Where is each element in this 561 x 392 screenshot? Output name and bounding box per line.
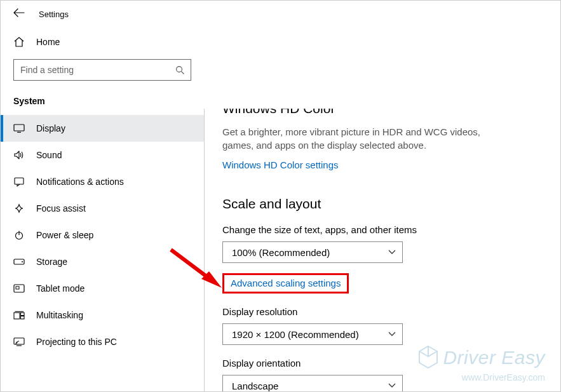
dropdown-resolution-value: 1920 × 1200 (Recommended) [232, 329, 359, 340]
svg-point-0 [176, 66, 182, 72]
dropdown-orientation-value: Landscape [232, 381, 278, 391]
nav-item-sound[interactable]: Sound [1, 142, 204, 168]
svg-rect-4 [15, 178, 24, 184]
nav-item-label: Display [36, 123, 65, 133]
svg-rect-13 [21, 316, 25, 320]
focus-assist-icon [13, 203, 25, 214]
label-resolution: Display resolution [222, 306, 535, 317]
nav-item-focus-assist[interactable]: Focus assist [1, 195, 204, 222]
sound-icon [13, 149, 25, 161]
svg-point-8 [22, 261, 23, 262]
nav-list: Display Sound Notifications & actions Fo… [1, 115, 204, 355]
home-button[interactable]: Home [1, 30, 204, 54]
title-bar: Settings [1, 1, 560, 27]
nav-item-label: Storage [36, 257, 67, 267]
search-input[interactable] [14, 65, 169, 75]
chevron-down-icon [388, 332, 396, 337]
back-icon[interactable] [13, 8, 25, 20]
nav-item-label: Sound [36, 150, 62, 160]
svg-rect-2 [14, 125, 24, 131]
main-content: Display Night light settings Windows HD … [204, 109, 560, 391]
multitasking-icon [13, 309, 25, 321]
nav-item-power-sleep[interactable]: Power & sleep [1, 222, 204, 248]
nav-item-tablet-mode[interactable]: Tablet mode [1, 275, 204, 302]
display-icon [13, 123, 25, 134]
nav-item-label: Power & sleep [36, 230, 93, 240]
sidebar: Home System Display Sound Notificat [1, 27, 204, 391]
nav-item-notifications[interactable]: Notifications & actions [1, 168, 204, 195]
dropdown-resolution[interactable]: 1920 × 1200 (Recommended) [222, 323, 403, 345]
chevron-down-icon [388, 250, 396, 255]
nav-item-label: Focus assist [36, 203, 86, 213]
home-label: Home [36, 37, 60, 47]
dropdown-text-size[interactable]: 100% (Recommended) [222, 241, 403, 263]
nav-item-label: Projecting to this PC [36, 337, 117, 347]
home-icon [13, 36, 25, 48]
nav-item-display[interactable]: Display [1, 115, 204, 142]
link-hd-color-settings[interactable]: Windows HD Color settings [222, 159, 339, 170]
nav-item-label: Multitasking [36, 310, 83, 320]
power-icon [13, 229, 25, 241]
dropdown-orientation[interactable]: Landscape [222, 375, 403, 391]
hd-color-description: Get a brighter, more vibrant picture in … [222, 125, 496, 152]
dropdown-text-size-value: 100% (Recommended) [232, 247, 330, 258]
chevron-down-icon [388, 383, 396, 388]
heading-scale-layout: Scale and layout [222, 196, 535, 212]
annotation-highlight: Advanced scaling settings [222, 273, 349, 294]
tablet-icon [13, 283, 25, 294]
sidebar-section-title: System [1, 90, 204, 115]
svg-line-1 [181, 71, 184, 74]
heading-hd-color: Windows HD Color [222, 109, 535, 116]
svg-rect-10 [16, 287, 19, 289]
nav-item-projecting[interactable]: Projecting to this PC [1, 328, 204, 355]
projecting-icon [13, 336, 25, 348]
svg-rect-11 [14, 313, 20, 319]
notifications-icon [13, 176, 25, 187]
storage-icon [13, 256, 25, 267]
nav-item-storage[interactable]: Storage [1, 248, 204, 275]
nav-item-multitasking[interactable]: Multitasking [1, 302, 204, 328]
svg-rect-12 [21, 313, 25, 316]
label-orientation: Display orientation [222, 358, 535, 368]
nav-item-label: Tablet mode [36, 283, 84, 294]
search-box[interactable] [13, 59, 191, 81]
nav-item-label: Notifications & actions [36, 177, 124, 187]
link-advanced-scaling[interactable]: Advanced scaling settings [231, 278, 341, 288]
search-icon [169, 65, 191, 75]
window-title: Settings [39, 10, 69, 19]
label-text-size: Change the size of text, apps, and other… [222, 224, 535, 235]
